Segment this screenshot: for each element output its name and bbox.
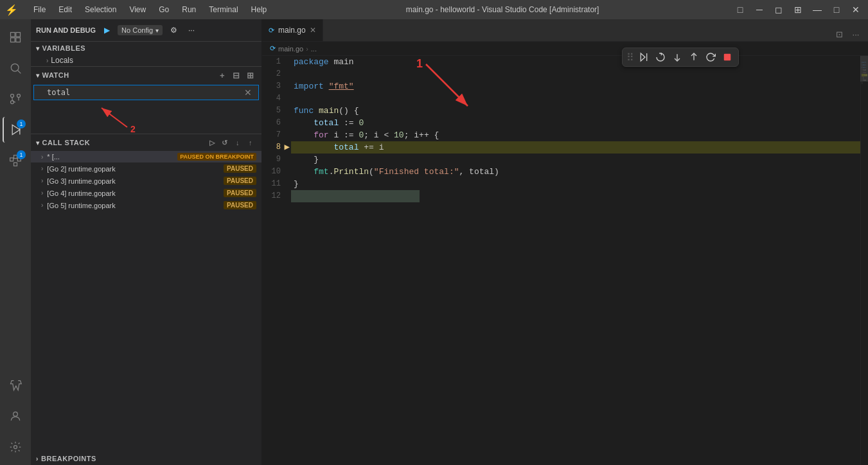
activity-source-control[interactable]	[3, 86, 28, 112]
more-btn[interactable]: ···	[184, 23, 199, 37]
activity-settings[interactable]	[3, 434, 28, 460]
code-line-11[interactable]: 11 }	[262, 178, 868, 190]
code-line-8[interactable]: ▶ 8 total += i	[262, 141, 868, 154]
cs-step-into-btn[interactable]: ↓	[232, 137, 244, 148]
debug-config[interactable]: No Config ▾	[118, 25, 163, 35]
cs-step-out-btn[interactable]: ↑	[245, 137, 256, 148]
drag-handle[interactable]: ⠿	[626, 51, 634, 64]
callstack-item-0-chevron: ›	[41, 154, 43, 161]
line-content-1: package main	[291, 56, 868, 68]
line-number-11: 11	[262, 178, 291, 190]
tab-close-btn[interactable]: ✕	[310, 26, 316, 35]
breadcrumb-file[interactable]: main.go	[278, 45, 303, 53]
callstack-item-2[interactable]: › [Go 3] runtime.gopark PAUSED	[31, 175, 261, 187]
locals-chevron: ›	[46, 57, 48, 64]
line-number-12: 12	[262, 190, 291, 202]
line-number-6: 6	[262, 117, 291, 129]
line-content-10: fmt.Println("Finished total:", total)	[291, 166, 868, 178]
code-line-2[interactable]: 2	[262, 68, 868, 80]
callstack-item-1[interactable]: › [Go 2] runtime.gopark PAUSED	[31, 162, 261, 175]
editor-area: ⠿	[262, 19, 868, 465]
callstack-header[interactable]: ▾ CALL STACK ▷ ↺ ↓ ↑	[31, 134, 261, 151]
dc-step-into-btn[interactable]	[670, 50, 684, 64]
breadcrumb-icon: ⟳	[270, 44, 276, 53]
panel-toggle[interactable]: ◻	[772, 3, 786, 17]
code-line-9[interactable]: 9 }	[262, 154, 868, 166]
gear-btn[interactable]: ⚙	[166, 23, 181, 37]
activity-account[interactable]	[3, 403, 28, 429]
callstack-item-2-badge: PAUSED	[224, 177, 256, 185]
code-line-3[interactable]: 3 import "fmt"	[262, 80, 868, 92]
dc-restart-btn[interactable]	[704, 50, 718, 64]
activity-search[interactable]	[3, 55, 28, 81]
tab-go-icon: ⟳	[269, 26, 274, 35]
close-button[interactable]: ✕	[849, 3, 863, 17]
editor-more-btn[interactable]: ···	[849, 27, 863, 41]
activity-run-debug[interactable]: 1	[3, 117, 28, 143]
code-editor[interactable]: 1 package main 2 3 import "fmt" 4	[262, 56, 868, 465]
code-line-10[interactable]: 10 fmt.Println("Finished total:", total)	[262, 166, 868, 178]
activity-bar: 1 1	[0, 19, 31, 465]
menu-edit[interactable]: Edit	[53, 4, 77, 15]
line-number-2: 2	[262, 68, 291, 80]
menu-help[interactable]: Help	[246, 4, 272, 15]
watch-remove-all-btn[interactable]: ⊞	[245, 69, 256, 81]
watch-close-btn[interactable]: ✕	[243, 87, 253, 98]
dc-step-over-btn[interactable]	[653, 50, 668, 64]
split-editor-btn[interactable]: ⊡	[832, 27, 846, 41]
callstack-section: ▾ CALL STACK ▷ ↺ ↓ ↑ › * [... PAUSED ON …	[31, 134, 261, 211]
tab-main-go[interactable]: ⟳ main.go ✕	[262, 19, 323, 41]
code-line-7[interactable]: 7 for i := 0; i < 10; i++ {	[262, 129, 868, 141]
code-line-4[interactable]: 4	[262, 92, 868, 105]
code-line-12[interactable]: 12	[262, 190, 868, 202]
menu-selection[interactable]: Selection	[80, 4, 121, 15]
sidebar-toggle[interactable]: ─	[752, 3, 766, 17]
dc-continue-btn[interactable]	[637, 50, 651, 64]
config-label: No Config	[121, 26, 153, 34]
code-line-5[interactable]: 5 func main() {	[262, 105, 868, 117]
cs-continue-btn[interactable]: ▷	[206, 137, 218, 148]
callstack-item-1-name: [Go 2] runtime.gopark	[47, 165, 220, 173]
variables-header[interactable]: ▾ VARIABLES	[31, 42, 261, 55]
watch-input-row[interactable]: ✕	[33, 85, 259, 100]
locals-item[interactable]: › Locals	[31, 55, 261, 66]
customize-layout[interactable]: ⊞	[791, 3, 805, 17]
extensions-badge: 1	[17, 150, 26, 159]
watch-title: WATCH	[42, 71, 217, 79]
activity-explorer[interactable]	[3, 24, 28, 50]
start-debug-btn[interactable]: ▶	[100, 23, 114, 37]
svg-rect-0	[11, 33, 15, 37]
watch-add-btn[interactable]: +	[217, 69, 228, 81]
activity-extensions[interactable]: 1	[3, 148, 28, 173]
line-content-3: import "fmt"	[291, 80, 868, 92]
minimize-button[interactable]: ―	[810, 3, 824, 17]
watch-header[interactable]: ▾ WATCH + ⊟ ⊞	[31, 67, 261, 83]
callstack-item-4[interactable]: › [Go 5] runtime.gopark PAUSED	[31, 199, 261, 211]
callstack-item-3[interactable]: › [Go 4] runtime.gopark PAUSED	[31, 187, 261, 199]
layout-icon[interactable]: □	[733, 3, 747, 17]
breadcrumb-more[interactable]: ...	[311, 45, 317, 53]
dc-stop-btn[interactable]	[720, 50, 734, 64]
breakpoints-header[interactable]: › BREAKPOINTS	[31, 452, 261, 465]
watch-collapse-all-btn[interactable]: ⊟	[231, 69, 242, 81]
watch-input[interactable]	[47, 88, 243, 97]
menu-terminal[interactable]: Terminal	[204, 4, 243, 15]
minimap[interactable]: pack impo func tot for tot } fmt }	[860, 56, 868, 465]
line-content-12	[291, 190, 420, 202]
maximize-button[interactable]: □	[829, 3, 844, 17]
callstack-item-0[interactable]: › * [... PAUSED ON BREAKPOINT	[31, 151, 261, 162]
dc-step-out-btn[interactable]	[687, 50, 701, 64]
callstack-item-0-badge: PAUSED ON BREAKPOINT	[177, 153, 256, 161]
activity-test[interactable]	[3, 373, 28, 398]
breakpoints-chevron: ›	[36, 455, 39, 462]
menu-run[interactable]: Run	[177, 4, 201, 15]
code-line-6[interactable]: 6 total := 0	[262, 117, 868, 129]
menu-go[interactable]: Go	[154, 4, 174, 15]
cs-restart-btn[interactable]: ↺	[219, 137, 231, 148]
line-number-10: 10	[262, 166, 291, 178]
watch-section: ▾ WATCH + ⊟ ⊞ ✕	[31, 67, 261, 134]
menu-view[interactable]: View	[124, 4, 151, 15]
menu-file[interactable]: File	[28, 4, 51, 15]
code-line-1[interactable]: 1 package main	[262, 56, 868, 68]
tab-bar: ⟳ main.go ✕ ⊡ ···	[262, 19, 868, 42]
